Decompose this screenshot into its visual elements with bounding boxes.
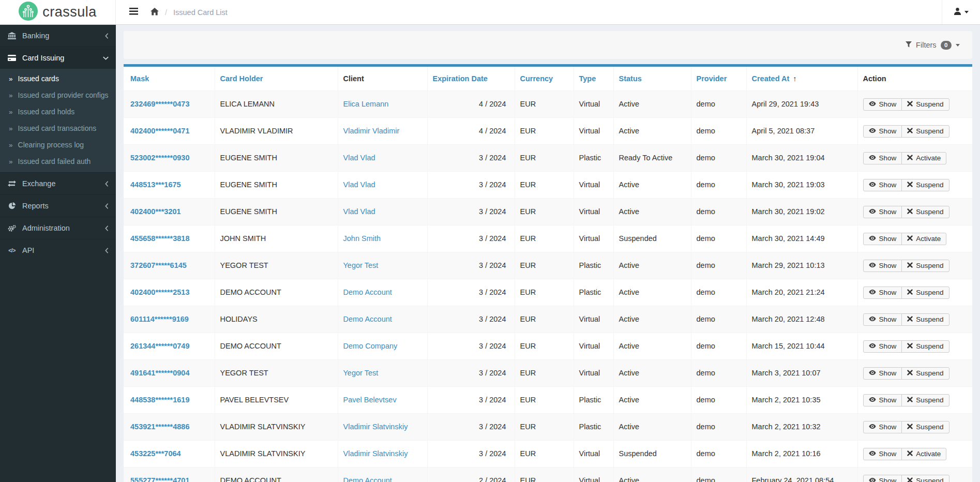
suspend-button[interactable]: Suspend bbox=[901, 340, 949, 353]
column-header-card-holder[interactable]: Card Holder bbox=[215, 67, 338, 91]
show-button[interactable]: Show bbox=[863, 287, 902, 299]
activate-button[interactable]: Activate bbox=[901, 448, 946, 460]
show-button[interactable]: Show bbox=[863, 233, 902, 245]
exchange-icon bbox=[7, 180, 17, 187]
show-button[interactable]: Show bbox=[863, 367, 902, 380]
client-link[interactable]: Vlad Vlad bbox=[343, 180, 375, 189]
show-button[interactable]: Show bbox=[863, 206, 902, 218]
suspend-button[interactable]: Suspend bbox=[901, 179, 949, 191]
show-button[interactable]: Show bbox=[863, 475, 902, 482]
show-button[interactable]: Show bbox=[863, 152, 902, 164]
column-header-type[interactable]: Type bbox=[574, 67, 613, 91]
client-link[interactable]: Pavel Belevtsev bbox=[343, 396, 397, 404]
sidebar-item-issued-card-provider-configs[interactable]: » Issued card provider configs bbox=[0, 87, 116, 103]
currency-cell: EUR bbox=[515, 414, 574, 441]
suspend-button[interactable]: Suspend bbox=[901, 475, 949, 482]
mask-link[interactable]: 372607*****6145 bbox=[130, 261, 187, 269]
suspend-button[interactable]: Suspend bbox=[901, 313, 949, 326]
suspend-button[interactable]: Suspend bbox=[901, 98, 949, 111]
mask-link[interactable]: 523002******0930 bbox=[130, 154, 190, 162]
show-button[interactable]: Show bbox=[863, 313, 902, 326]
sidebar-item-issued-cards[interactable]: » Issued cards bbox=[0, 70, 116, 87]
sidebar-item-administration[interactable]: Administration bbox=[0, 217, 116, 239]
expiration-cell: 3 / 2024 bbox=[427, 172, 515, 199]
client-link[interactable]: Demo Account bbox=[343, 476, 392, 482]
client-link[interactable]: Yegor Test bbox=[343, 261, 379, 269]
sidebar-item-issued-card-failed-auth[interactable]: » Issued card failed auth bbox=[0, 153, 116, 170]
breadcrumb-home-link[interactable] bbox=[150, 8, 159, 17]
sidebar-item-issued-card-holds[interactable]: » Issued card holds bbox=[0, 103, 116, 120]
sidebar-subitem-label: Clearing process log bbox=[18, 141, 84, 149]
column-header-expiration-date[interactable]: Expiration Date bbox=[427, 67, 515, 91]
breadcrumb-separator: / bbox=[165, 8, 167, 17]
type-cell: Virtual bbox=[574, 172, 613, 199]
sidebar-toggle-button[interactable] bbox=[126, 6, 141, 19]
mask-link[interactable]: 555277******4701 bbox=[130, 476, 190, 482]
show-button[interactable]: Show bbox=[863, 340, 902, 353]
mask-link[interactable]: 402400******2513 bbox=[130, 288, 190, 296]
sidebar-subitem-label: Issued card holds bbox=[18, 108, 75, 116]
suspend-button[interactable]: Suspend bbox=[901, 206, 949, 218]
suspend-button[interactable]: Suspend bbox=[901, 260, 949, 272]
column-header-currency[interactable]: Currency bbox=[515, 67, 574, 91]
mask-link[interactable]: 453921******4886 bbox=[130, 423, 190, 431]
client-link[interactable]: Elica Lemann bbox=[343, 100, 389, 108]
suspend-button[interactable]: Suspend bbox=[901, 125, 949, 138]
show-button[interactable]: Show bbox=[863, 179, 902, 191]
sidebar-item-reports[interactable]: Reports bbox=[0, 194, 116, 217]
filters-button[interactable]: Filters 0 bbox=[906, 41, 960, 50]
client-link[interactable]: Vladimir Slatvinskiy bbox=[343, 449, 408, 458]
client-link[interactable]: Demo Account bbox=[343, 315, 392, 323]
mask-link[interactable]: 261344******0749 bbox=[130, 342, 190, 350]
suspend-button[interactable]: Suspend bbox=[901, 287, 949, 299]
home-icon bbox=[150, 8, 159, 17]
mask-link[interactable]: 453225***7064 bbox=[130, 449, 181, 458]
suspend-button[interactable]: Suspend bbox=[901, 394, 949, 406]
client-link[interactable]: Vlad Vlad bbox=[343, 154, 375, 162]
sidebar-item-issued-card-transactions[interactable]: » Issued card transactions bbox=[0, 120, 116, 137]
mask-link[interactable]: 402400***3201 bbox=[130, 207, 181, 216]
card-holder-cell: VLADIMIR SLATVINSKIY bbox=[215, 441, 338, 468]
mask-link[interactable]: 601114******9169 bbox=[130, 315, 189, 323]
provider-cell: demo bbox=[691, 414, 746, 441]
show-button[interactable]: Show bbox=[863, 260, 902, 272]
activate-button[interactable]: Activate bbox=[901, 152, 946, 164]
client-link[interactable]: John Smith bbox=[343, 234, 381, 243]
show-button[interactable]: Show bbox=[863, 125, 902, 138]
sidebar-item-label: API bbox=[22, 246, 99, 254]
client-link[interactable]: Demo Account bbox=[343, 288, 392, 296]
breadcrumb-current: Issued Card List bbox=[173, 8, 228, 17]
mask-link[interactable]: 232469******0473 bbox=[130, 100, 190, 108]
provider-cell: demo bbox=[691, 279, 746, 306]
show-button[interactable]: Show bbox=[863, 448, 902, 460]
sidebar-item-exchange[interactable]: Exchange bbox=[0, 172, 116, 194]
client-link[interactable]: Yegor Test bbox=[343, 369, 379, 377]
suspend-button[interactable]: Suspend bbox=[901, 421, 949, 433]
mask-link[interactable]: 402400******0471 bbox=[130, 127, 190, 135]
sidebar-item-card-issuing[interactable]: Card Issuing bbox=[0, 47, 116, 69]
user-menu-button[interactable] bbox=[942, 0, 980, 24]
client-link[interactable]: Demo Company bbox=[343, 342, 398, 350]
column-header-provider[interactable]: Provider bbox=[691, 67, 746, 91]
show-button[interactable]: Show bbox=[863, 394, 902, 406]
mask-link[interactable]: 455658******3818 bbox=[130, 234, 190, 243]
client-link[interactable]: Vladimir Slatvinskiy bbox=[343, 423, 408, 431]
column-header-created-at[interactable]: Created At↑ bbox=[746, 67, 857, 91]
mask-link[interactable]: 448513***1675 bbox=[130, 180, 181, 189]
suspend-button[interactable]: Suspend bbox=[901, 367, 949, 380]
client-link[interactable]: Vladimir Vladimir bbox=[343, 127, 400, 135]
brand-logo[interactable]: crassula bbox=[0, 0, 116, 24]
show-button[interactable]: Show bbox=[863, 421, 902, 433]
show-button[interactable]: Show bbox=[863, 98, 902, 111]
chevron-down-icon bbox=[964, 11, 969, 13]
sidebar-item-api[interactable]: </> API bbox=[0, 239, 116, 261]
sidebar-item-clearing-process-log[interactable]: » Clearing process log bbox=[0, 137, 116, 153]
mask-link[interactable]: 491641******0904 bbox=[130, 369, 190, 377]
column-header-status[interactable]: Status bbox=[613, 67, 691, 91]
sidebar-item-banking[interactable]: Banking bbox=[0, 25, 116, 47]
mask-link[interactable]: 448538******1619 bbox=[130, 396, 190, 404]
currency-cell: EUR bbox=[515, 306, 574, 333]
column-header-mask[interactable]: Mask bbox=[124, 67, 215, 91]
client-link[interactable]: Vlad Vlad bbox=[343, 207, 375, 216]
activate-button[interactable]: Activate bbox=[901, 233, 946, 245]
